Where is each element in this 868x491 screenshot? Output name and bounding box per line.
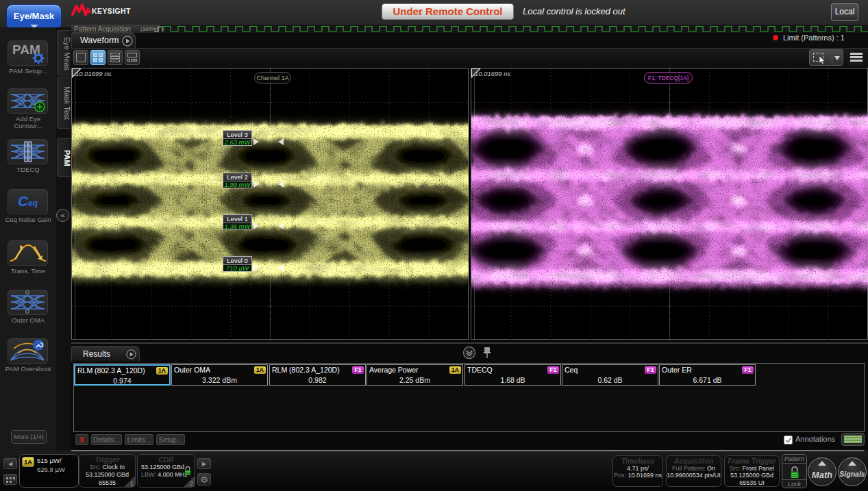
svg-text:KEYSIGHT: KEYSIGHT xyxy=(92,7,131,15)
